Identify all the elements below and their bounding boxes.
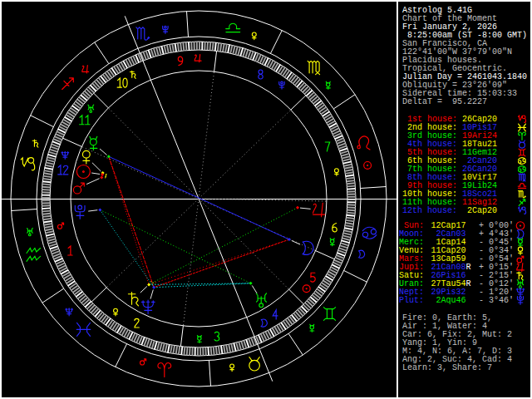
svg-text:2Cap20: 2Cap20 xyxy=(467,206,497,215)
svg-text:Plut:: Plut: xyxy=(399,296,424,305)
svg-text:R: R xyxy=(466,279,471,288)
svg-text:- 3°46': - 3°46' xyxy=(479,296,514,305)
svg-text:2Aqu46: 2Aqu46 xyxy=(431,296,466,305)
svg-text:12th house:: 12th house: xyxy=(402,206,457,215)
svg-text:DeltaT = 95.2227: DeltaT = 95.2227 xyxy=(402,97,487,106)
svg-text:Learn: 3, Share: 7: Learn: 3, Share: 7 xyxy=(402,363,492,372)
svg-text:R: R xyxy=(466,263,471,272)
